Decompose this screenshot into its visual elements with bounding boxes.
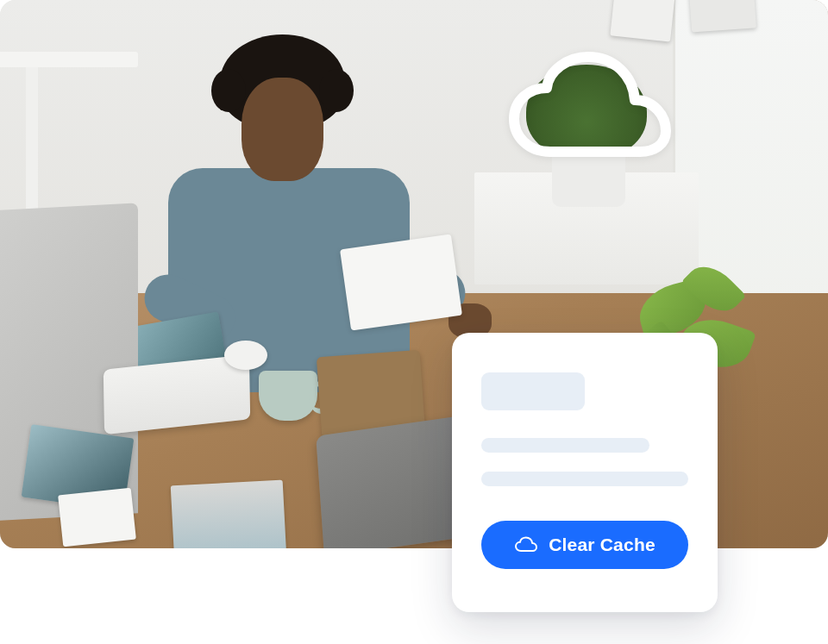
cloud-icon — [514, 536, 538, 553]
clear-cache-card: Clear Cache — [452, 333, 718, 612]
clear-cache-label: Clear Cache — [549, 535, 656, 555]
skeleton-line — [481, 472, 688, 486]
skeleton-title — [481, 372, 585, 410]
clear-cache-button[interactable]: Clear Cache — [481, 521, 688, 569]
skeleton-line — [481, 438, 649, 453]
